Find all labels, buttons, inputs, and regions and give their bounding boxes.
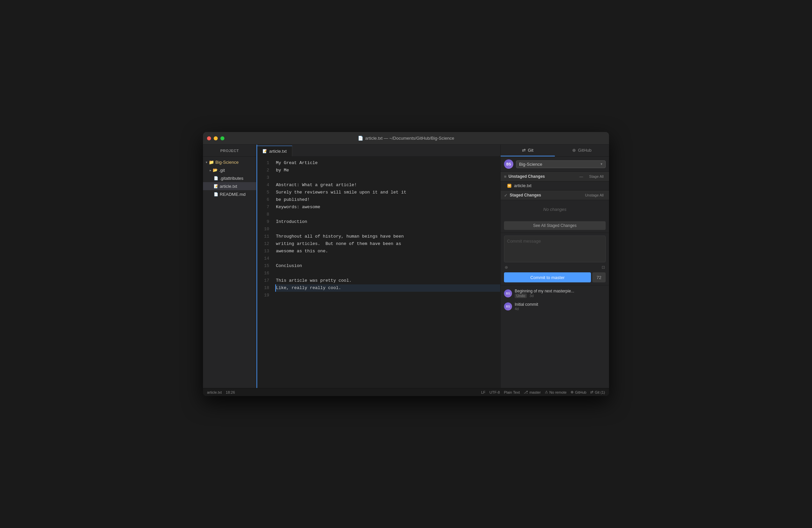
code-line: This article was pretty cool. — [276, 277, 500, 284]
line-number: 11 — [261, 233, 269, 240]
sidebar-item-readme[interactable]: 📄 README.md — [203, 190, 256, 198]
line-number: 14 — [261, 255, 269, 262]
repo-selector-wrapper: Big-Science — [516, 161, 606, 168]
commit-avatar-2: BS — [504, 302, 512, 311]
main-content: Project ▾ 📁 Big-Science ▸ 📂 .git 📄 .gita… — [203, 145, 609, 388]
commit-entry-2[interactable]: BS Initial commit 4d — [501, 300, 609, 313]
commit-toolbar-add-icon[interactable]: ⊕ — [505, 265, 508, 270]
editor-tab-article-txt[interactable]: 📝 article.txt — [257, 146, 292, 156]
warning-icon: ⚠ — [545, 390, 548, 394]
tab-file-icon: 📝 — [262, 149, 267, 153]
line-number: 6 — [261, 196, 269, 203]
close-button[interactable] — [207, 136, 211, 140]
status-github[interactable]: ⊕ GitHub — [570, 390, 586, 394]
commit-entry-1[interactable]: BS Beginning of my next masterpie... Und… — [501, 287, 609, 300]
minimize-button[interactable] — [214, 136, 218, 140]
branch-name: master — [530, 390, 541, 394]
sidebar-tree: ▾ 📁 Big-Science ▸ 📂 .git 📄 .gitattribute… — [203, 157, 256, 388]
line-number: 19 — [261, 292, 269, 299]
line-number: 17 — [261, 277, 269, 284]
chevron-right-icon: ▸ — [210, 168, 212, 172]
editor-content[interactable]: 1 2 3 4 5 6 7 8 9 10 11 12 13 14 15 16 1 — [257, 157, 500, 388]
line-number: 13 — [261, 247, 269, 255]
tab-git[interactable]: ⇄ Git — [501, 145, 555, 156]
tab-github[interactable]: ⊕ GitHub — [555, 145, 609, 156]
status-branch[interactable]: ⎇ master — [524, 390, 541, 394]
line-number: 16 — [261, 270, 269, 277]
file-icon: 📄 — [214, 176, 218, 180]
unstage-all-button[interactable]: Unstage All — [583, 193, 606, 198]
status-git[interactable]: ⇄ Git (1) — [590, 390, 605, 394]
window-title-text: article.txt — ~/Documents/GitHub/Big-Sci… — [365, 136, 454, 141]
commit-message-1: Beginning of my next masterpie... — [515, 289, 606, 293]
line-number: 7 — [261, 203, 269, 211]
status-syntax[interactable]: Plain Text — [504, 390, 520, 394]
titlebar: 📄 article.txt — ~/Documents/GitHub/Big-S… — [203, 132, 609, 145]
status-encoding[interactable]: UTF-8 — [490, 390, 500, 394]
line-number: 3 — [261, 174, 269, 181]
status-right: LF UTF-8 Plain Text ⎇ master ⚠ No remote… — [481, 390, 605, 394]
avatar: BS — [504, 160, 513, 169]
commit-toolbar-expand-icon[interactable]: ⊡ — [601, 265, 605, 270]
no-changes-text: No changes — [501, 200, 609, 218]
see-all-staged-button[interactable]: See All Staged Changes — [504, 221, 606, 230]
stage-all-button[interactable]: Stage All — [587, 174, 606, 179]
sidebar-item-article-txt[interactable]: 📝 article.txt — [203, 182, 256, 190]
line-number: 5 — [261, 189, 269, 196]
sidebar-item-git[interactable]: ▸ 📂 .git — [203, 166, 256, 174]
code-line: awesome as this one. — [276, 247, 500, 255]
maximize-button[interactable] — [220, 136, 224, 140]
line-number: 2 — [261, 167, 269, 174]
code-content[interactable]: My Great Article by Me Abstract: What a … — [273, 160, 500, 385]
line-number: 10 — [261, 226, 269, 233]
code-line: Keywords: awesome — [276, 203, 500, 211]
code-line — [276, 226, 500, 233]
discard-all-button[interactable]: — — [578, 174, 585, 179]
sidebar-item-label: Big-Science — [215, 160, 238, 165]
doc-icon: 📄 — [358, 136, 363, 141]
app-window: 📄 article.txt — ~/Documents/GitHub/Big-S… — [203, 132, 609, 396]
commit-meta-1: Undo 3d — [515, 293, 606, 298]
status-line-ending[interactable]: LF — [481, 390, 485, 394]
line-numbers: 1 2 3 4 5 6 7 8 9 10 11 12 13 14 15 16 1 — [257, 160, 273, 385]
code-line: Introduction — [276, 218, 500, 226]
window-title: 📄 article.txt — ~/Documents/GitHub/Big-S… — [358, 136, 454, 141]
editor-tab-bar: 📝 article.txt — [257, 145, 500, 157]
commit-to-master-button[interactable]: Commit to master — [504, 272, 591, 282]
unstaged-file-article-txt[interactable]: M article.txt — [501, 181, 609, 190]
sidebar-item-big-science[interactable]: ▾ 📁 Big-Science — [203, 158, 256, 166]
commit-area: ⊕ ⊡ Commit to master 72 — [501, 232, 609, 285]
undo-button-1[interactable]: Undo — [515, 293, 527, 298]
folder-icon: 📁 — [209, 160, 214, 165]
commit-count[interactable]: 72 — [592, 272, 606, 282]
code-line: Abstract: What a great article! — [276, 181, 500, 189]
commit-info-1: Beginning of my next masterpie... Undo 3… — [515, 289, 606, 298]
traffic-lights — [207, 136, 224, 140]
commit-time-1: 3d — [530, 294, 533, 298]
commit-button-row: Commit to master 72 — [504, 272, 606, 282]
sidebar-header: Project — [203, 145, 256, 157]
commit-message-input[interactable] — [504, 236, 606, 262]
commit-time-2: 4d — [515, 307, 519, 311]
github-icon: ⊕ — [572, 148, 576, 153]
file-status-modified: M — [507, 184, 511, 188]
repo-select[interactable]: Big-Science — [516, 161, 606, 168]
sidebar-item-gitattributes[interactable]: 📄 .gitattributes — [203, 174, 256, 182]
staged-changes-title: Staged Changes — [510, 193, 581, 197]
folder-icon: 📂 — [213, 168, 218, 172]
commit-history: BS Beginning of my next masterpie... Und… — [501, 285, 609, 314]
chevron-down-icon: ▾ — [206, 161, 207, 164]
code-line: Conclusion — [276, 262, 500, 270]
line-number: 15 — [261, 262, 269, 270]
no-remote-text: No remote — [550, 390, 567, 394]
tab-git-label: Git — [528, 148, 533, 153]
sidebar-item-label: .gitattributes — [220, 176, 244, 181]
code-line — [276, 270, 500, 277]
github-status-text: GitHub — [575, 390, 586, 394]
code-line — [276, 211, 500, 218]
code-line — [276, 292, 500, 299]
staged-changes-section: ✓ Staged Changes Unstage All No changes … — [501, 190, 609, 232]
tab-github-label: GitHub — [578, 148, 591, 153]
sidebar-item-label: README.md — [220, 192, 245, 197]
code-line: Throughout all of history, human beings … — [276, 233, 500, 240]
